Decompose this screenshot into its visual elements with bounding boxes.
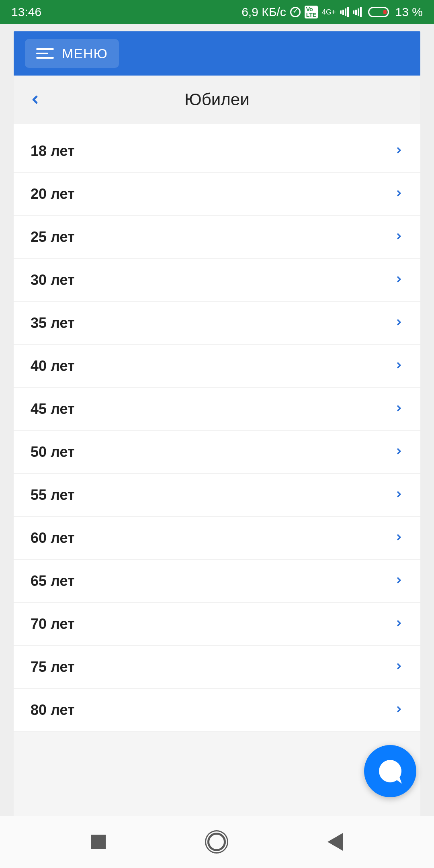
list-item[interactable]: 18 лет [14,124,420,173]
volte-icon: VoLTE [305,6,318,18]
chevron-right-icon [395,444,403,460]
page-title: Юбилеи [14,90,420,109]
alarm-icon [290,7,301,17]
nav-home-button[interactable] [207,833,226,851]
chevron-left-icon [29,91,41,108]
list-item[interactable]: 25 лет [14,216,420,259]
chevron-right-icon [395,659,403,675]
anniversary-list: 18 лет20 лет25 лет30 лет35 лет40 лет45 л… [14,124,420,732]
list-item[interactable]: 55 лет [14,474,420,517]
chevron-right-icon [395,401,403,417]
list-item-label: 65 лет [31,573,75,590]
status-bar: 13:46 6,9 КБ/с VoLTE 4G+ 13 % [0,0,434,24]
list-item[interactable]: 65 лет [14,560,420,603]
battery-icon [368,7,389,17]
list-item[interactable]: 50 лет [14,431,420,474]
list-item[interactable]: 35 лет [14,302,420,345]
list-item[interactable]: 60 лет [14,517,420,560]
list-item-label: 60 лет [31,530,75,547]
list-item[interactable]: 80 лет [14,689,420,732]
chevron-right-icon [395,229,403,245]
list-item-label: 55 лет [31,487,75,504]
chevron-right-icon [395,616,403,632]
menu-button[interactable]: МЕНЮ [25,39,119,68]
list-item[interactable]: 30 лет [14,259,420,302]
list-item[interactable]: 70 лет [14,603,420,646]
nav-recent-button[interactable] [91,835,106,849]
status-right: 6,9 КБ/с VoLTE 4G+ 13 % [242,5,423,19]
list-item-label: 50 лет [31,444,75,461]
chevron-right-icon [395,573,403,589]
list-item-label: 35 лет [31,315,75,332]
chevron-right-icon [395,487,403,503]
list-item[interactable]: 45 лет [14,388,420,431]
list-item-label: 20 лет [31,186,75,203]
list-item-label: 30 лет [31,272,75,289]
status-time: 13:46 [11,5,41,19]
chevron-right-icon [395,186,403,202]
chevron-right-icon [395,315,403,331]
network-label: 4G+ [322,8,336,16]
chevron-right-icon [395,272,403,288]
system-nav-bar [0,816,434,868]
battery-percent: 13 % [395,5,423,19]
hamburger-icon [36,48,54,59]
list-item-label: 80 лет [31,702,75,719]
chat-fab[interactable] [364,745,416,797]
list-item[interactable]: 40 лет [14,345,420,388]
list-item-label: 70 лет [31,616,75,633]
back-button[interactable] [29,91,41,108]
chevron-right-icon [395,530,403,546]
chevron-right-icon [395,358,403,374]
list-item-label: 18 лет [31,143,75,160]
chevron-right-icon [395,702,403,718]
app-header: МЕНЮ [14,31,420,76]
list-item-label: 75 лет [31,659,75,676]
list-item-label: 40 лет [31,358,75,375]
list-item[interactable]: 20 лет [14,173,420,216]
signal-icon-2 [353,7,362,17]
title-row: Юбилеи [14,76,420,124]
menu-label: МЕНЮ [62,46,108,61]
list-item-label: 45 лет [31,401,75,418]
signal-icon [340,7,349,17]
nav-back-button[interactable] [328,833,343,851]
list-item[interactable]: 75 лет [14,646,420,689]
chat-icon [379,760,401,782]
list-item-label: 25 лет [31,229,75,246]
status-speed: 6,9 КБ/с [242,5,286,19]
chevron-right-icon [395,143,403,159]
